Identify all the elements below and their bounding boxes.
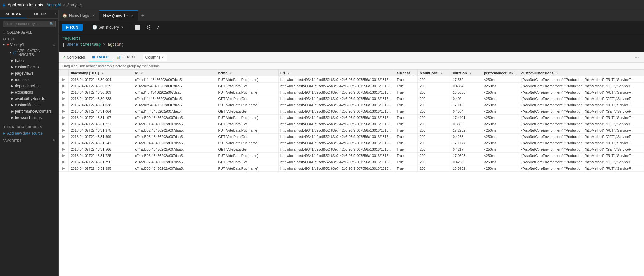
table-cell: <250ms <box>482 108 519 115</box>
sidebar-search-input[interactable] <box>3 21 56 27</box>
row-expander[interactable]: ▶ <box>59 95 69 102</box>
row-expander[interactable]: ▶ <box>59 76 69 83</box>
table-row: ▶2018-04-02T22:43:31.375c74ad502-4345620… <box>59 127 644 134</box>
col-header-perf[interactable]: performanceBucket ▼ <box>482 70 519 76</box>
row-expander[interactable]: ▶ <box>59 159 69 165</box>
table-cell: c74ad507-43456202a007daa5. <box>133 159 216 165</box>
set-in-query-button[interactable]: 🕐 Set in query ▼ <box>89 23 126 31</box>
tree-item-browsertimings[interactable]: ▶browserTimings <box>0 115 58 121</box>
tab-schema[interactable]: SCHEMA <box>0 10 27 18</box>
filter-icon-url[interactable]: ▼ <box>287 72 290 75</box>
data-table: timestamp [UTC] ▼ id ▼ name ▼ url ▼ succ… <box>59 69 644 172</box>
col-header-timestamp[interactable]: timestamp [UTC] ▼ <box>69 70 133 76</box>
arrow-icon: ▶ <box>11 91 14 94</box>
filter-icon-id[interactable]: ▼ <box>140 72 143 75</box>
add-datasource-button[interactable]: + Add new data source <box>0 129 58 137</box>
save-button[interactable]: ⬜ <box>133 23 142 31</box>
table-row: ▶2018-04-02T22:43:31.197c74ad500-4345620… <box>59 115 644 121</box>
run-button[interactable]: ▶ RUN <box>62 24 83 31</box>
table-cell: http://localhost:49341/c9bc8552-83e7-42c… <box>279 127 395 134</box>
row-expander[interactable]: ▶ <box>59 165 69 172</box>
table-cell: c74ad504-43456202a007daa5. <box>133 140 216 146</box>
tab-new-query[interactable]: New Query 1 * ✕ <box>99 10 138 21</box>
tree-item-customevents[interactable]: ▶customEvents <box>0 64 58 70</box>
columns-button[interactable]: Columns ▼ <box>143 54 167 61</box>
filter-icon-success[interactable]: ▼ <box>413 72 415 75</box>
collapse-all-button[interactable]: ⊞ COLLAPSE ALL <box>0 29 58 36</box>
tree-item-performancecounters[interactable]: ▶performanceCounters <box>0 108 58 115</box>
col-header-custom[interactable]: customDimensions ▼ <box>519 70 644 76</box>
table-cell: GET VoteData/Get <box>216 95 279 102</box>
row-expander[interactable]: ▶ <box>59 89 69 95</box>
col-header-resultcode[interactable]: resultCode ▼ <box>417 70 451 76</box>
query-editor[interactable]: requests | where timestamp > ago ( 1h ) <box>59 33 644 52</box>
table-row: ▶2018-04-02T22:43:31.221c74ad501-4345620… <box>59 121 644 127</box>
tree-item-custommetrics[interactable]: ▶customMetrics <box>0 102 58 108</box>
tree-item-exceptions[interactable]: ▶exceptions <box>0 89 58 95</box>
tree-item-votingai[interactable]: ▼ ♥ VotingAI ☆ <box>0 42 58 48</box>
filter-icon-duration[interactable]: ▼ <box>469 72 472 75</box>
table-cell: 2018-04-02T22:43:31.221 <box>69 121 133 127</box>
filter-icon-timestamp[interactable]: ▼ <box>101 72 104 75</box>
col-header-url[interactable]: url ▼ <box>279 70 395 76</box>
row-expander[interactable]: ▶ <box>59 115 69 121</box>
table-cell: 17.115 <box>451 102 482 108</box>
row-expander[interactable]: ▶ <box>59 108 69 115</box>
col-header-name[interactable]: name ▼ <box>216 70 279 76</box>
tab-query-close[interactable]: ✕ <box>131 14 134 18</box>
row-expander[interactable]: ▶ <box>59 127 69 134</box>
col-header-success[interactable]: success ▼ <box>395 70 417 76</box>
row-expander[interactable]: ▶ <box>59 83 69 89</box>
table-cell: 200 <box>417 140 451 146</box>
row-expander[interactable]: ▶ <box>59 146 69 153</box>
row-expander[interactable]: ▶ <box>59 102 69 108</box>
tree-item-pageviews[interactable]: ▶pageViews <box>0 70 58 76</box>
star-icon[interactable]: ☆ <box>52 43 56 47</box>
filter-icon-name[interactable]: ▼ <box>229 72 232 75</box>
edit-favorites-icon[interactable]: ✎ <box>53 138 56 143</box>
table-cell: {"AspNetCoreEnvironment":"Production","h… <box>519 134 644 140</box>
ellipsis-button[interactable]: ··· <box>634 54 640 61</box>
tab-chart[interactable]: 📊 CHART <box>113 54 138 61</box>
table-label: TABLE <box>96 55 109 59</box>
breadcrumb-item-votingai[interactable]: VotingAI <box>47 3 61 7</box>
chart-label: CHART <box>122 55 135 59</box>
tab-filter[interactable]: FILTER <box>27 10 53 18</box>
breadcrumb-item-analytics[interactable]: Analytics <box>67 3 82 7</box>
top-bar: ◈ Application Insights VotingAI > Analyt… <box>0 0 644 10</box>
tree-item-availabilityresults[interactable]: ▶availabilityResults <box>0 95 58 102</box>
table-cell: <250ms <box>482 134 519 140</box>
tree-item-requests[interactable]: ▶requests <box>0 76 58 83</box>
heart-icon: ♥ <box>7 43 9 47</box>
add-tab-button[interactable]: + <box>138 13 147 18</box>
tree-item-dependencies[interactable]: ▶dependencies <box>0 83 58 89</box>
toolbar: ▶ RUN 🕐 Set in query ▼ ⬜ ⛓ ↗ <box>59 21 644 33</box>
tree-leaf-label: customEvents <box>15 65 39 69</box>
toolbar-separator-2 <box>130 24 130 30</box>
table-cell: {"AspNetCoreEnvironment":"Production","h… <box>519 108 644 115</box>
col-header-duration[interactable]: duration ▼ <box>451 70 482 76</box>
query-time-val: 1h <box>117 42 121 48</box>
row-expander[interactable]: ▶ <box>59 121 69 127</box>
table-cell: PUT VoteData/Put [name] <box>216 165 279 172</box>
query-space1 <box>78 42 80 48</box>
col-header-id[interactable]: id ▼ <box>133 70 216 76</box>
tree-item-traces[interactable]: ▶traces <box>0 57 58 64</box>
results-tabs: ⊞ TABLE 📊 CHART <box>89 54 138 61</box>
row-expander[interactable]: ▶ <box>59 153 69 159</box>
export-button[interactable]: ↗ <box>154 23 162 31</box>
data-table-container[interactable]: timestamp [UTC] ▼ id ▼ name ▼ url ▼ succ… <box>59 69 644 276</box>
tab-table[interactable]: ⊞ TABLE <box>89 54 112 61</box>
filter-icon-resultcode[interactable]: ▼ <box>440 72 443 75</box>
filter-icon-custom[interactable]: ▼ <box>556 72 558 75</box>
row-expander[interactable]: ▶ <box>59 140 69 146</box>
table-cell: 2018-04-02T22:43:31.895 <box>69 165 133 172</box>
tab-home-page[interactable]: 🏠 Home Page ✕ <box>59 10 99 21</box>
sidebar-collapse-icon[interactable]: ‹ <box>53 10 58 18</box>
row-expander[interactable]: ▶ <box>59 134 69 140</box>
table-cell: 0.4217 <box>451 146 482 153</box>
tab-home-close[interactable]: ✕ <box>92 14 95 18</box>
link-button[interactable]: ⛓ <box>144 23 152 31</box>
table-cell: <250ms <box>482 140 519 146</box>
tree-item-app-insights[interactable]: ▼ ⬡ APPLICATION INSIGHTS <box>0 48 58 57</box>
